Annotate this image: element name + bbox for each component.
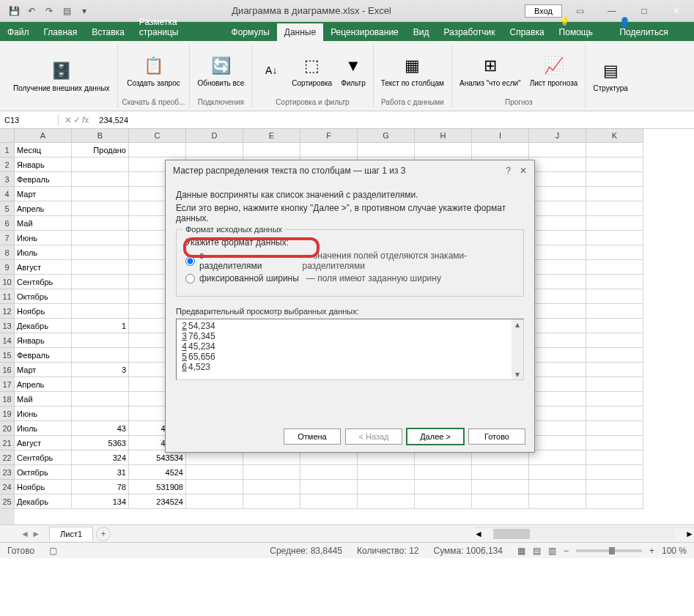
column-header[interactable]: E	[243, 129, 300, 143]
cell[interactable]: Месяц	[15, 143, 72, 157]
cell[interactable]	[529, 494, 586, 509]
menu-data[interactable]: Данные	[277, 23, 323, 41]
cell[interactable]: 31	[72, 465, 129, 480]
column-header[interactable]: F	[300, 129, 358, 143]
cell[interactable]	[529, 480, 586, 494]
qat-icon[interactable]: ▤	[59, 3, 75, 19]
cell[interactable]	[586, 157, 643, 172]
undo-icon[interactable]: ↶	[23, 3, 40, 19]
cancel-button[interactable]: Отмена	[284, 428, 341, 445]
cell[interactable]	[472, 465, 529, 480]
cell[interactable]: Май	[15, 216, 72, 231]
save-icon[interactable]: 💾	[6, 3, 22, 19]
menu-review[interactable]: Рецензирование	[323, 23, 406, 41]
row-header[interactable]: 14	[0, 333, 15, 348]
cell[interactable]	[529, 450, 586, 465]
cell[interactable]: Март	[15, 187, 72, 201]
cell[interactable]	[586, 363, 643, 377]
cancel-formula-icon[interactable]: ✕	[64, 115, 72, 125]
cell[interactable]	[72, 157, 129, 172]
horizontal-scrollbar[interactable]: ◄►	[474, 527, 694, 541]
qat-icon[interactable]: ▾	[76, 3, 92, 19]
cell[interactable]	[472, 480, 529, 494]
cell[interactable]	[529, 319, 586, 333]
row-header[interactable]: 11	[0, 289, 15, 304]
finish-button[interactable]: Готово	[468, 428, 525, 445]
zoom-level[interactable]: 100 %	[662, 546, 687, 556]
row-header[interactable]: 1	[0, 143, 15, 157]
cell[interactable]	[358, 143, 415, 157]
row-header[interactable]: 2	[0, 157, 15, 172]
view-normal-icon[interactable]: ▦	[517, 546, 525, 556]
cell[interactable]: 5363	[72, 436, 129, 450]
forecast-sheet-button[interactable]: 📈Лист прогноза	[527, 53, 581, 89]
cell[interactable]	[415, 494, 472, 509]
cell[interactable]	[72, 216, 129, 231]
cell[interactable]	[586, 319, 643, 333]
cell[interactable]	[243, 450, 300, 465]
cell[interactable]: 1	[72, 319, 129, 333]
cell[interactable]: Март	[15, 363, 72, 377]
row-header[interactable]: 23	[0, 465, 15, 480]
cell[interactable]: Ноябрь	[15, 480, 72, 494]
cell[interactable]	[243, 465, 300, 480]
column-header[interactable]: J	[529, 129, 586, 143]
cell[interactable]	[586, 216, 643, 231]
cell[interactable]	[529, 407, 586, 421]
cell[interactable]: 4524	[129, 465, 186, 480]
cell[interactable]: Август	[15, 260, 72, 275]
cell[interactable]	[72, 201, 129, 216]
cell[interactable]	[586, 289, 643, 304]
row-header[interactable]: 5	[0, 201, 15, 216]
cell[interactable]	[586, 436, 643, 450]
row-header[interactable]: 10	[0, 275, 15, 289]
cell[interactable]	[415, 450, 472, 465]
cell[interactable]	[586, 304, 643, 319]
cell[interactable]	[243, 494, 300, 509]
filter-button[interactable]: ▼Фильтр	[338, 53, 369, 89]
cell[interactable]	[129, 143, 186, 157]
cell[interactable]	[72, 260, 129, 275]
new-query-button[interactable]: 📋Создать запрос	[124, 53, 182, 89]
row-header[interactable]: 25	[0, 494, 15, 509]
cell[interactable]	[472, 143, 529, 157]
cell[interactable]: Июнь	[15, 231, 72, 245]
cell[interactable]	[300, 494, 358, 509]
cell[interactable]	[586, 333, 643, 348]
outline-button[interactable]: ▤Структура	[590, 58, 630, 94]
column-header[interactable]: D	[186, 129, 243, 143]
cell[interactable]	[472, 494, 529, 509]
cell[interactable]	[529, 201, 586, 216]
cell[interactable]	[586, 275, 643, 289]
add-sheet-button[interactable]: +	[96, 527, 111, 541]
cell[interactable]	[72, 231, 129, 245]
tab-nav[interactable]: ◄ ►	[15, 529, 46, 539]
cell[interactable]: Январь	[15, 157, 72, 172]
row-header[interactable]: 8	[0, 245, 15, 260]
cell[interactable]	[472, 450, 529, 465]
row-header[interactable]: 22	[0, 450, 15, 465]
cell[interactable]	[529, 245, 586, 260]
cell[interactable]: Февраль	[15, 348, 72, 363]
cell[interactable]	[529, 304, 586, 319]
cell[interactable]	[358, 494, 415, 509]
cell[interactable]	[72, 392, 129, 407]
menu-help[interactable]: Справка	[503, 23, 552, 41]
cell[interactable]	[586, 377, 643, 392]
fx-icon[interactable]: fx	[82, 115, 89, 125]
redo-icon[interactable]: ↷	[41, 3, 57, 19]
cell[interactable]	[243, 480, 300, 494]
cell[interactable]	[586, 494, 643, 509]
get-external-data-button[interactable]: 🗄️Получение внешних данных	[10, 58, 113, 94]
cell[interactable]	[586, 260, 643, 275]
menu-view[interactable]: Вид	[406, 23, 437, 41]
column-header[interactable]: H	[415, 129, 472, 143]
dialog-titlebar[interactable]: Мастер распределения текста по столбцам …	[166, 160, 534, 181]
cell[interactable]	[586, 480, 643, 494]
fixed-width-radio[interactable]	[185, 274, 195, 283]
column-header[interactable]: A	[15, 129, 72, 143]
cell[interactable]: 234524	[129, 494, 186, 509]
cell[interactable]: Декабрь	[15, 494, 72, 509]
zoom-slider[interactable]	[576, 549, 642, 552]
row-header[interactable]: 19	[0, 407, 15, 421]
